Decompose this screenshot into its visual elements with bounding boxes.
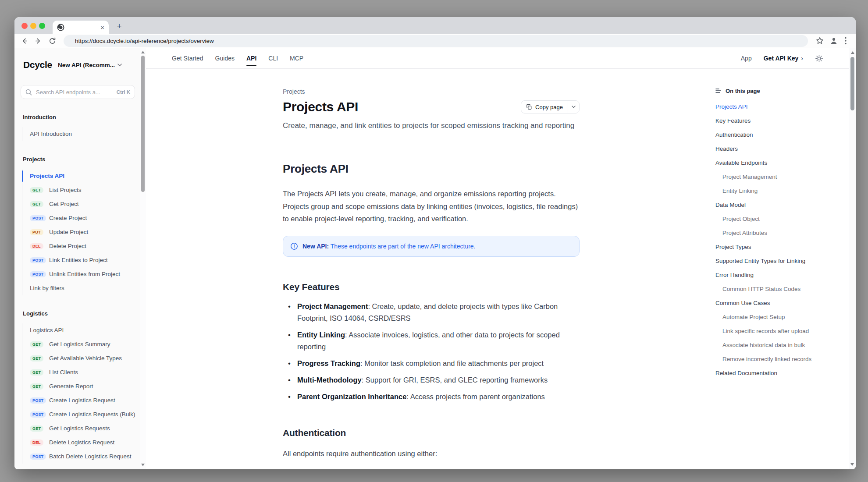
sidebar-item-get-available-vehicle-types[interactable]: GETGet Available Vehicle Types <box>22 351 146 365</box>
browser-tab[interactable]: × <box>53 21 109 34</box>
sidebar-scrollbar-thumb[interactable] <box>141 56 145 192</box>
toc-link-authentication[interactable]: Authentication <box>715 128 847 142</box>
dcycle-logo[interactable]: Dcycle <box>23 60 52 70</box>
sidebar-item-get-project[interactable]: GETGet Project <box>22 197 146 211</box>
feature-item-progress-tracking: Progress Tracking: Monitor task completi… <box>283 358 580 369</box>
toc-link-project-types[interactable]: Project Types <box>715 240 847 254</box>
theme-toggle-sun-icon[interactable] <box>815 54 823 63</box>
toc-link-entity-linking[interactable]: Entity Linking <box>715 184 847 198</box>
method-badge-wrap: GET <box>30 425 49 432</box>
sidebar-item-create-project[interactable]: POSTCreate Project <box>22 211 146 225</box>
toc-link-available-endpoints[interactable]: Available Endpoints <box>715 156 847 170</box>
method-badge-get: GET <box>30 383 43 390</box>
sidebar-item-unlink-entities-from-project[interactable]: POSTUnlink Entities from Project <box>22 267 146 281</box>
method-badge-wrap: GET <box>30 369 49 376</box>
overview-paragraph: The Projects API lets you create, manage… <box>283 188 580 225</box>
toc-link-automate-project-setup[interactable]: Automate Project Setup <box>715 310 847 324</box>
feature-description: : Monitor task completion and file attac… <box>360 359 544 367</box>
browser-menu-icon[interactable] <box>843 35 849 46</box>
toc-list-icon <box>715 88 721 93</box>
toc-link-link-specific-records-after-upload[interactable]: Link specific records after upload <box>715 324 847 338</box>
chevron-right-icon: › <box>801 55 803 62</box>
scroll-up-arrow-icon[interactable] <box>141 51 145 53</box>
method-badge-wrap: GET <box>30 383 49 390</box>
topnav-tab-guides[interactable]: Guides <box>215 48 235 68</box>
feature-item-parent-organization-inheritance: Parent Organization Inheritance: Access … <box>283 391 580 403</box>
toc-link-headers[interactable]: Headers <box>715 142 847 156</box>
method-badge-post: POST <box>30 257 46 263</box>
method-badge-wrap: GET <box>30 355 49 362</box>
toc-link-project-management[interactable]: Project Management <box>715 170 847 184</box>
version-switcher[interactable]: New API (Recomm... <box>58 62 122 68</box>
page-scrollbar[interactable] <box>849 48 856 469</box>
sidebar-item-get-logistics-requests[interactable]: GETGet Logistics Requests <box>22 422 146 436</box>
search-input-box[interactable]: Ctrl K <box>21 85 135 99</box>
topnav-tab-cli[interactable]: CLI <box>268 48 278 68</box>
toc-link-associate-historical-data-in-bulk[interactable]: Associate historical data in bulk <box>715 338 847 352</box>
toc-link-project-attributes[interactable]: Project Attributes <box>715 226 847 240</box>
get-api-key-link[interactable]: Get API Key › <box>764 55 803 62</box>
sidebar-item-link-by-filters[interactable]: Link by filters <box>22 281 146 295</box>
sidebar-group: Logistics APIGETGet Logistics SummaryGET… <box>22 323 146 464</box>
copy-page-button[interactable]: Copy page <box>521 100 580 113</box>
nav-app-link[interactable]: App <box>741 55 752 62</box>
toc-link-remove-incorrectly-linked-records[interactable]: Remove incorrectly linked records <box>715 352 847 366</box>
sidebar-item-list-clients[interactable]: GETList Clients <box>22 365 146 379</box>
toc-link-supported-entity-types-for-linking[interactable]: Supported Entity Types for Linking <box>715 254 847 268</box>
close-window-button[interactable] <box>21 23 28 29</box>
sidebar-item-label: Create Logistics Requests (Bulk) <box>49 410 135 419</box>
url-input[interactable] <box>74 37 802 45</box>
callout-strong: New API: <box>302 243 329 250</box>
topnav-tab-get-started[interactable]: Get Started <box>172 48 203 68</box>
toc-link-error-handling[interactable]: Error Handling <box>715 268 847 282</box>
sidebar-item-create-logistics-request[interactable]: POSTCreate Logistics Request <box>22 393 146 408</box>
sidebar-item-link-entities-to-project[interactable]: POSTLink Entities to Project <box>22 253 146 267</box>
url-bar[interactable] <box>64 35 808 47</box>
toc-link-data-model[interactable]: Data Model <box>715 198 847 212</box>
toc-link-key-features[interactable]: Key Features <box>715 113 847 128</box>
tab-close-icon[interactable]: × <box>100 24 104 31</box>
toc-link-project-object[interactable]: Project Object <box>715 212 847 226</box>
sidebar-scrollbar[interactable] <box>140 48 146 469</box>
toc-link-common-http-status-codes[interactable]: Common HTTP Status Codes <box>715 282 847 296</box>
minimize-window-button[interactable] <box>30 23 36 29</box>
sidebar-item-update-project[interactable]: PUTUpdate Project <box>22 225 146 239</box>
sidebar-item-api-introduction[interactable]: API Introduction <box>22 127 146 141</box>
sidebar-item-delete-project[interactable]: DELDelete Project <box>22 239 146 253</box>
copy-page-dropdown[interactable] <box>568 101 579 113</box>
profile-avatar-icon[interactable] <box>829 35 839 46</box>
sidebar-group: API Introduction <box>22 127 146 141</box>
scroll-up-arrow-icon[interactable] <box>851 51 854 54</box>
sidebar-item-get-logistics-summary[interactable]: GETGet Logistics Summary <box>22 337 146 351</box>
page-scrollbar-thumb[interactable] <box>850 57 854 110</box>
toc-link-related-documentation[interactable]: Related Documentation <box>715 366 847 380</box>
feature-description: : Access projects from parent organizati… <box>406 393 544 400</box>
sidebar-item-logistics-api[interactable]: Logistics API <box>22 323 146 337</box>
search-input[interactable] <box>35 89 114 96</box>
topnav-tab-mcp[interactable]: MCP <box>290 48 303 68</box>
copy-icon <box>526 104 532 110</box>
scroll-down-arrow-icon[interactable] <box>850 463 854 466</box>
search-icon <box>25 89 32 96</box>
sidebar-item-delete-logistics-request[interactable]: DELDelete Logistics Request <box>22 436 146 450</box>
bookmark-star-icon[interactable] <box>815 35 825 46</box>
sidebar-item-projects-api[interactable]: Projects API <box>22 169 146 183</box>
sidebar-item-create-logistics-requests-bulk[interactable]: POSTCreate Logistics Requests (Bulk) <box>22 408 146 422</box>
sidebar-item-label: Get Available Vehicle Types <box>49 354 122 363</box>
sidebar-section-label: Introduction <box>14 113 146 122</box>
scroll-down-arrow-icon[interactable] <box>141 464 145 466</box>
toc-link-projects-api[interactable]: Projects API <box>715 99 847 113</box>
tab-favicon-icon <box>57 24 64 31</box>
toc-link-common-use-cases[interactable]: Common Use Cases <box>715 296 847 310</box>
new-tab-button[interactable]: + <box>114 21 125 32</box>
method-badge-wrap: DEL <box>30 243 49 249</box>
back-icon[interactable] <box>19 35 29 46</box>
expand-window-button[interactable] <box>39 23 45 29</box>
sidebar-item-generate-report[interactable]: GETGenerate Report <box>22 379 146 393</box>
topnav-tab-api[interactable]: API <box>246 48 256 68</box>
sidebar-item-batch-delete-logistics-request[interactable]: POSTBatch Delete Logistics Request <box>22 450 146 464</box>
forward-icon[interactable] <box>33 35 43 46</box>
reload-icon[interactable] <box>47 35 57 46</box>
callout-link[interactable]: These endpoints are part of the new API … <box>331 243 476 250</box>
sidebar-item-list-projects[interactable]: GETList Projects <box>22 183 146 197</box>
